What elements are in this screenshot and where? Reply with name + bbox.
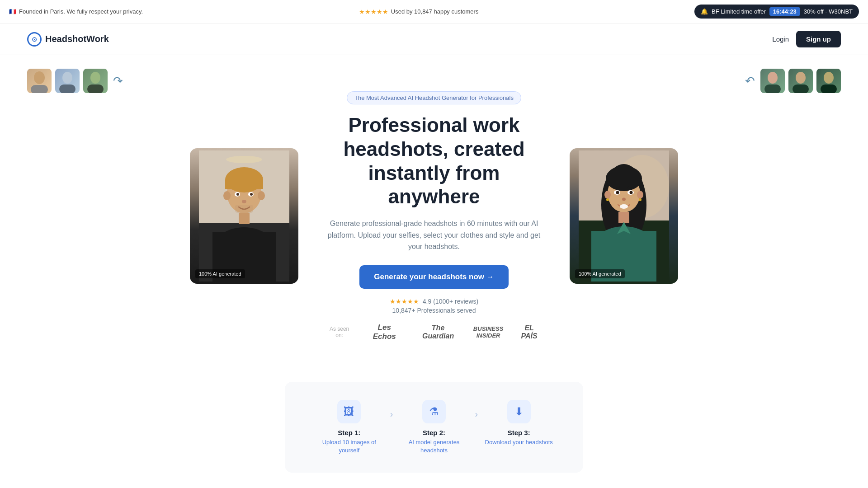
svg-point-6 (768, 72, 778, 84)
top-banner: 🇫🇷 Founded in Paris. We fully respect yo… (0, 0, 868, 23)
hero-text-block: The Most Advanced AI Headshot Generator … (326, 91, 542, 341)
svg-point-22 (236, 193, 239, 196)
svg-rect-17 (225, 180, 263, 189)
left-thumbnail-strip: ↷ (27, 69, 123, 93)
svg-point-44 (620, 204, 628, 209)
step-1-number: Step 1: (338, 429, 360, 436)
banner-left: 🇫🇷 Founded in Paris. We fully respect yo… (9, 8, 143, 15)
login-button[interactable]: Login (772, 35, 789, 43)
svg-rect-25 (235, 205, 253, 213)
thumb-person1 (27, 69, 52, 93)
svg-rect-11 (821, 84, 837, 93)
steps-outer: 🖼 Step 1: Upload 10 images of yourself ›… (0, 373, 868, 488)
svg-point-8 (796, 72, 806, 84)
svg-point-14 (226, 156, 262, 163)
thumb-person3 (83, 69, 108, 93)
step-1-desc: Upload 10 images of yourself (312, 438, 387, 455)
step-arrow-1: › (387, 409, 397, 419)
svg-point-23 (250, 193, 253, 196)
press-row: As seen on: Les Echos The Guardian BUSIN… (326, 323, 542, 341)
svg-rect-26 (239, 213, 250, 224)
privacy-text: Founded in Paris. We fully respect your … (19, 8, 143, 15)
step-3: ⬇ Step 3: Download your headshots (481, 400, 556, 446)
stars-row: ★★★★★ 4.9 (1000+ reviews) (390, 298, 478, 305)
hero-right-image: 100% AI generated (570, 148, 678, 284)
svg-rect-45 (618, 212, 629, 223)
svg-point-24 (242, 200, 246, 203)
svg-point-36 (637, 191, 643, 199)
logo-link[interactable]: ⊙ HeadshotWork (27, 32, 109, 47)
svg-point-35 (604, 191, 611, 199)
svg-point-37 (606, 198, 609, 201)
review-stars: ★★★★★ (390, 298, 419, 305)
svg-point-34 (606, 166, 642, 191)
svg-rect-7 (764, 84, 781, 93)
countdown-timer: 16:44:23 (769, 7, 800, 16)
discount-code: 30% off - W30NBT (804, 8, 853, 15)
press-guardian: The Guardian (415, 324, 461, 340)
left-arrow-icon: ↷ (113, 74, 123, 88)
navbar: ⊙ HeadshotWork Login Sign up (0, 23, 868, 55)
hero-left-bg (190, 148, 298, 284)
svg-point-43 (622, 198, 626, 201)
right-arrow-icon: ↶ (745, 74, 755, 88)
thumb-person5 (788, 69, 813, 93)
bell-icon: 🔔 (701, 8, 708, 15)
served-count: 10,847+ Professionals served (392, 307, 476, 314)
svg-rect-5 (87, 84, 104, 93)
right-thumbnail-strip: ↶ (745, 69, 841, 93)
right-ai-badge: 100% AI generated (575, 269, 625, 278)
press-les-echos: Les Echos (366, 323, 403, 341)
step-2: ⚗ Step 2: AI model generates headshots (396, 400, 471, 455)
svg-point-41 (616, 191, 619, 194)
review-score: 4.9 (1000+ reviews) (423, 298, 478, 305)
hero-right-bg (570, 148, 678, 284)
banner-center: ★★★★★ Used by 10,847 happy customers (359, 8, 479, 15)
press-label: As seen on: (326, 326, 353, 338)
step-1: 🖼 Step 1: Upload 10 images of yourself (312, 400, 387, 455)
step-1-icon: 🖼 (337, 400, 361, 423)
step-3-number: Step 3: (508, 429, 530, 436)
thumb-person6 (816, 69, 841, 93)
hero-section: ↷ ↶ (0, 55, 868, 373)
svg-rect-3 (59, 84, 75, 93)
rating-stars: ★★★★★ (359, 8, 388, 15)
thumb-person2 (55, 69, 80, 93)
svg-point-38 (639, 198, 642, 201)
offer-label: BF Limited time offer (712, 8, 766, 15)
step-2-desc: AI model generates headshots (396, 438, 471, 455)
nav-actions: Login Sign up (772, 31, 841, 47)
svg-point-42 (630, 191, 633, 194)
svg-point-19 (258, 191, 265, 200)
step-3-desc: Download your headshots (485, 438, 553, 446)
step-3-icon: ⬇ (507, 400, 531, 423)
hero-tag: The Most Advanced AI Headshot Generator … (347, 91, 521, 104)
hero-title: Professional work headshots, created ins… (326, 113, 542, 209)
steps-section: 🖼 Step 1: Upload 10 images of yourself ›… (285, 382, 583, 473)
reviews-row: ★★★★★ 4.9 (1000+ reviews) 10,847+ Profes… (326, 298, 542, 314)
svg-point-4 (90, 72, 100, 84)
svg-point-18 (223, 191, 231, 200)
press-business-insider: BUSINESSINSIDER (473, 325, 503, 339)
press-elpais: EL PAÍS (516, 324, 542, 340)
hero-content: 100% AI generated The Most Advanced AI H… (0, 64, 868, 355)
customers-text: Used by 10,847 happy customers (391, 8, 479, 15)
logo-text: HeadshotWork (45, 34, 109, 44)
svg-point-2 (62, 72, 72, 84)
svg-point-10 (824, 72, 834, 84)
generate-button[interactable]: Generate your headshots now → (359, 265, 508, 289)
svg-rect-1 (31, 85, 48, 93)
step-2-icon: ⚗ (422, 400, 446, 423)
step-arrow-2: › (472, 409, 482, 419)
signup-button[interactable]: Sign up (796, 31, 841, 47)
step-2-number: Step 2: (423, 429, 445, 436)
svg-point-0 (34, 71, 45, 84)
left-ai-badge: 100% AI generated (195, 269, 245, 278)
thumb-person4 (760, 69, 785, 93)
logo-icon: ⊙ (27, 32, 42, 47)
hero-subtitle: Generate professional-grade headshots in… (326, 218, 542, 253)
svg-rect-9 (793, 84, 809, 93)
hero-left-image: 100% AI generated (190, 148, 298, 284)
promo-badge: 🔔 BF Limited time offer 16:44:23 30% off… (694, 5, 859, 19)
france-flag: 🇫🇷 (9, 8, 16, 15)
